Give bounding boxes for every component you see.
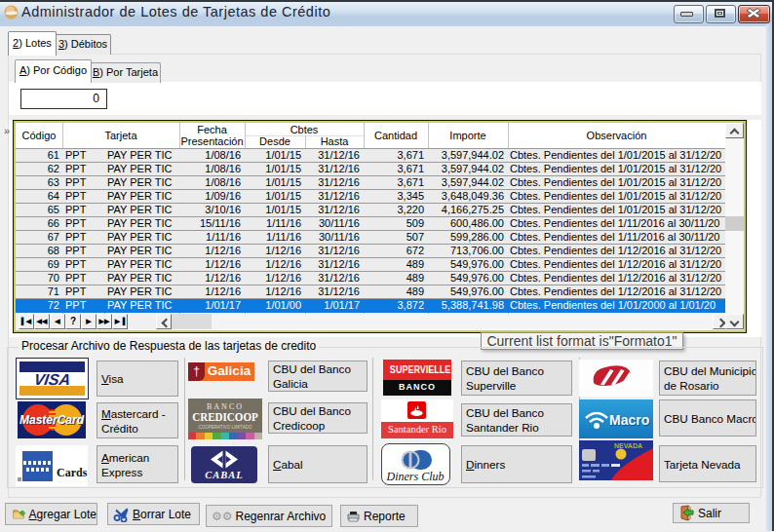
svg-text:CABAL: CABAL — [205, 470, 243, 480]
svg-text:NEVADA: NEVADA — [614, 442, 642, 449]
svg-text:Diners Club: Diners Club — [385, 470, 444, 483]
